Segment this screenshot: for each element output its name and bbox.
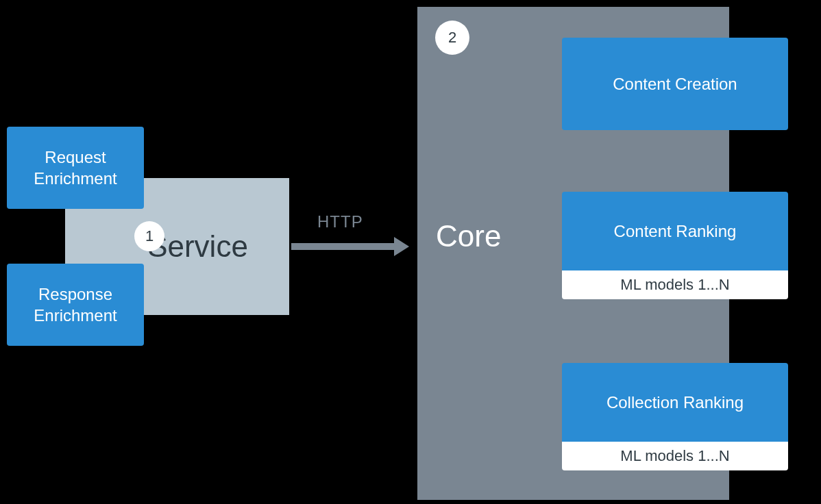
badge-2: 2 [435, 21, 469, 55]
arrow-service-to-core [291, 237, 409, 256]
content-creation-box: Content Creation [562, 38, 788, 130]
core-label: Core [436, 219, 501, 253]
arrow-label-http: HTTP [317, 212, 363, 231]
architecture-diagram: Service Request Enrichment Response Enri… [0, 0, 821, 504]
collection-ranking-box: Collection Ranking [562, 363, 788, 442]
collection-ranking-sub: ML models 1...N [562, 442, 788, 470]
content-ranking-box: Content Ranking [562, 192, 788, 270]
request-enrichment-box: Request Enrichment [7, 127, 144, 209]
response-enrichment-box: Response Enrichment [7, 264, 144, 346]
content-ranking-sub: ML models 1...N [562, 270, 788, 299]
badge-1: 1 [134, 221, 164, 251]
